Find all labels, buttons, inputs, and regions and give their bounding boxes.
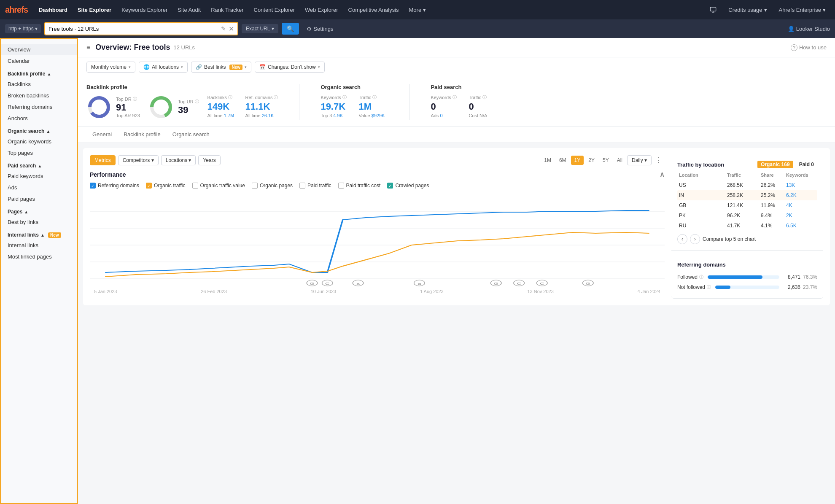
info-icon[interactable]: ⓘ: [372, 94, 377, 100]
organic-traffic-checkbox[interactable]: ✓ Organic traffic: [146, 183, 185, 189]
paid-tab[interactable]: Paid 0: [796, 161, 817, 168]
time-all[interactable]: All: [614, 156, 626, 165]
info-icon[interactable]: ⓘ: [133, 96, 137, 102]
svg-text:a: a: [418, 282, 421, 286]
prev-arrow-button[interactable]: ‹: [677, 234, 687, 244]
time-1y[interactable]: 1Y: [571, 156, 584, 165]
sidebar-item-overview[interactable]: Overview: [1, 44, 77, 55]
locations-button[interactable]: Locations ▾: [161, 155, 196, 165]
collapse-button[interactable]: ∧: [660, 170, 665, 178]
paid-traffic-cost-checkbox[interactable]: Paid traffic cost: [338, 183, 381, 189]
enterprise-button[interactable]: Ahrefs Enterprise ▾: [775, 5, 830, 15]
protocol-dropdown[interactable]: http + https ▾: [5, 24, 41, 33]
nav-competitive-analysis[interactable]: Competitive Analysis: [344, 5, 403, 15]
referring-domains-checkbox[interactable]: ✓ Referring domains: [90, 183, 139, 189]
nav-content-explorer[interactable]: Content Explorer: [250, 5, 299, 15]
paid-keywords-stat: Keywords ⓘ 0 Ads 0: [431, 94, 460, 118]
best-links-filter[interactable]: 🔗 Best links New ▾: [191, 62, 251, 73]
sidebar-item-organic-keywords[interactable]: Organic keywords: [1, 136, 77, 147]
more-options-button[interactable]: ⋮: [653, 155, 665, 165]
paid-traffic-checkbox[interactable]: Paid traffic: [299, 183, 331, 189]
time-1m[interactable]: 1M: [541, 156, 555, 165]
location-keywords[interactable]: 6.2K: [786, 192, 816, 198]
chart-date-3: 10 Jun 2023: [311, 289, 337, 294]
search-button[interactable]: 🔍: [282, 23, 299, 35]
sidebar-item-referring-domains[interactable]: Referring domains: [1, 101, 77, 113]
nav-rank-tracker[interactable]: Rank Tracker: [207, 5, 248, 15]
all-locations-filter[interactable]: 🌐 All locations ▾: [139, 62, 188, 73]
nav-keywords-explorer[interactable]: Keywords Explorer: [117, 5, 172, 15]
sidebar-section-organic-search[interactable]: Organic search ▲: [1, 124, 77, 136]
info-icon[interactable]: ⓘ: [482, 94, 487, 100]
checkbox-unchecked-icon: [252, 183, 258, 189]
chevron-up-icon: ▲: [47, 72, 51, 76]
nav-dashboard[interactable]: Dashboard: [35, 5, 72, 15]
sidebar-item-most-linked-pages[interactable]: Most linked pages: [1, 251, 77, 262]
location-keywords[interactable]: 4K: [786, 202, 816, 208]
location-keywords[interactable]: 2K: [786, 213, 816, 218]
sidebar-section-internal-links[interactable]: Internal links ▲ New: [1, 228, 77, 240]
credits-usage-button[interactable]: Credits usage ▾: [724, 5, 771, 15]
compare-top-5-link[interactable]: Compare top 5 on chart: [703, 236, 756, 242]
granularity-dropdown[interactable]: Daily ▾: [627, 155, 652, 165]
logo[interactable]: ahrefs: [5, 5, 28, 15]
info-icon[interactable]: ⓘ: [228, 94, 232, 100]
sidebar-item-best-by-links[interactable]: Best by links: [1, 216, 77, 228]
competitors-button[interactable]: Competitors ▾: [118, 155, 159, 165]
sidebar-item-backlinks[interactable]: Backlinks: [1, 78, 77, 90]
url-input[interactable]: [48, 26, 218, 32]
checkbox-checked-icon: ✓: [146, 183, 152, 189]
changes-filter[interactable]: 📅 Changes: Don't show ▾: [255, 62, 325, 73]
time-6m[interactable]: 6M: [556, 156, 570, 165]
nav-more[interactable]: More ▾: [405, 5, 430, 15]
sidebar-item-paid-pages[interactable]: Paid pages: [1, 193, 77, 205]
sidebar-item-calendar[interactable]: Calendar: [1, 55, 77, 67]
sidebar-item-internal-links[interactable]: Internal links: [1, 240, 77, 251]
info-icon[interactable]: ⓘ: [707, 284, 711, 290]
how-to-use-button[interactable]: ? How to use: [791, 44, 827, 51]
settings-button[interactable]: ⚙ Settings: [302, 24, 337, 34]
organic-pages-checkbox[interactable]: Organic pages: [252, 183, 293, 189]
location-keywords[interactable]: 13K: [786, 182, 816, 188]
question-icon: ?: [791, 44, 797, 51]
edit-icon[interactable]: ✎: [221, 25, 226, 32]
nav-web-explorer[interactable]: Web Explorer: [301, 5, 342, 15]
sidebar-section-pages[interactable]: Pages ▲: [1, 205, 77, 216]
ref-percent: 23.7%: [800, 284, 817, 290]
monthly-volume-filter[interactable]: Monthly volume ▾: [86, 62, 135, 73]
info-icon[interactable]: ⓘ: [342, 94, 347, 100]
tab-backlink-profile[interactable]: Backlink profile: [118, 127, 166, 143]
info-icon[interactable]: ⓘ: [274, 94, 278, 100]
sidebar-section-backlink-profile[interactable]: Backlink profile ▲: [1, 67, 77, 78]
organic-traffic-stat: Traffic ⓘ 1M Value $929K: [358, 94, 388, 118]
info-icon[interactable]: ⓘ: [453, 94, 457, 100]
location-keywords[interactable]: 6.5K: [786, 223, 816, 229]
looker-studio-button[interactable]: 👤 Looker Studio: [788, 26, 830, 32]
organic-tab[interactable]: Organic 169: [757, 161, 793, 168]
hamburger-icon[interactable]: ≡: [86, 44, 90, 51]
organic-traffic-value-checkbox[interactable]: Organic traffic value: [192, 183, 245, 189]
close-icon[interactable]: ✕: [229, 25, 234, 33]
tab-general[interactable]: General: [86, 127, 118, 143]
nav-site-audit[interactable]: Site Audit: [173, 5, 205, 15]
nav-site-explorer[interactable]: Site Explorer: [73, 5, 116, 15]
metrics-button[interactable]: Metrics: [90, 155, 116, 165]
sidebar-item-broken-backlinks[interactable]: Broken backlinks: [1, 90, 77, 101]
chart-and-panel-section: Metrics Competitors ▾ Locations ▾ Years …: [83, 148, 830, 305]
tab-organic-search[interactable]: Organic search: [167, 127, 215, 143]
backlink-profile-title: Backlink profile: [86, 84, 278, 90]
sidebar-section-paid-search[interactable]: Paid search ▲: [1, 159, 77, 170]
match-type-dropdown[interactable]: Exact URL ▾: [242, 24, 278, 33]
info-icon[interactable]: ⓘ: [195, 99, 199, 105]
sidebar-item-top-pages[interactable]: Top pages: [1, 147, 77, 159]
sidebar-item-paid-keywords[interactable]: Paid keywords: [1, 170, 77, 182]
time-2y[interactable]: 2Y: [585, 156, 598, 165]
sidebar-item-anchors[interactable]: Anchors: [1, 113, 77, 124]
crawled-pages-checkbox[interactable]: ✓ Crawled pages: [387, 183, 429, 189]
years-button[interactable]: Years: [198, 155, 220, 165]
sidebar-item-ads[interactable]: Ads: [1, 182, 77, 193]
location-name: US: [679, 182, 727, 188]
time-5y[interactable]: 5Y: [599, 156, 612, 165]
next-arrow-button[interactable]: ›: [690, 234, 700, 244]
info-icon[interactable]: ⓘ: [699, 274, 703, 280]
